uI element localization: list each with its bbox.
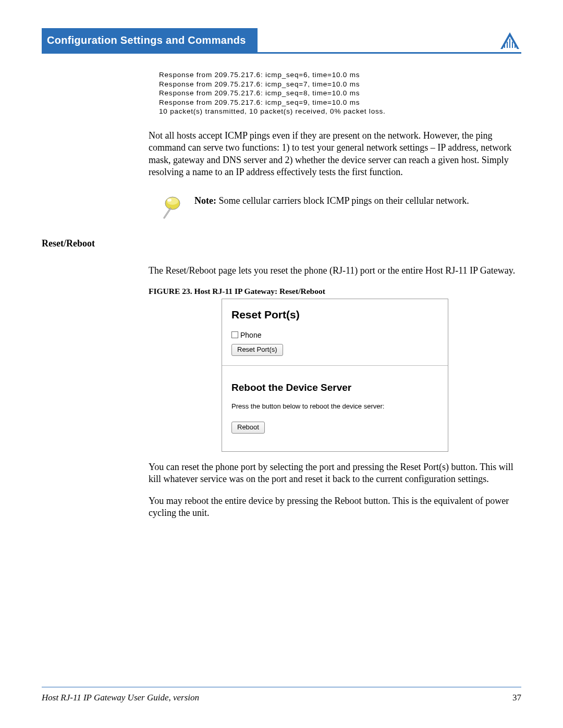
note-body: Some cellular carriers block ICMP pings … xyxy=(216,195,469,206)
header-bar: Configuration Settings and Commands xyxy=(42,29,521,54)
reboot-instruction: Press the button below to reboot the dev… xyxy=(231,402,438,411)
code-line: 10 packet(s) transmitted, 10 packet(s) r… xyxy=(159,107,386,115)
page-header-title: Configuration Settings and Commands xyxy=(42,28,258,53)
body-column: Response from 209.75.217.6: icmp_seq=6, … xyxy=(149,70,519,520)
note-block: Note: Some cellular carriers block ICMP … xyxy=(159,194,519,222)
phone-checkbox-label: Phone xyxy=(240,330,261,340)
reboot-button[interactable]: Reboot xyxy=(231,422,265,434)
checkbox-row-phone: Phone xyxy=(231,330,438,340)
paragraph: You may reboot the entire device by pres… xyxy=(149,495,519,520)
pushpin-icon xyxy=(159,194,184,222)
page-footer: Host RJ-11 IP Gateway User Guide, versio… xyxy=(42,687,521,703)
paragraph: Not all hosts accept ICMP pings even if … xyxy=(149,130,519,179)
note-label: Note: xyxy=(194,195,216,206)
phone-checkbox[interactable] xyxy=(231,331,238,338)
footer-doc-title: Host RJ-11 IP Gateway User Guide, versio… xyxy=(42,693,199,703)
figure-heading-reboot: Reboot the Device Server xyxy=(231,381,438,394)
divider xyxy=(222,365,448,366)
paragraph: You can reset the phone port by selectin… xyxy=(149,461,519,486)
page-number: 37 xyxy=(512,693,521,703)
note-text: Note: Some cellular carriers block ICMP … xyxy=(194,194,469,207)
brand-logo-icon xyxy=(498,30,521,51)
reset-ports-button[interactable]: Reset Port(s) xyxy=(231,344,283,356)
terminal-output: Response from 209.75.217.6: icmp_seq=6, … xyxy=(159,70,519,116)
svg-point-7 xyxy=(167,199,172,202)
code-line: Response from 209.75.217.6: icmp_seq=9, … xyxy=(159,98,360,106)
code-line: Response from 209.75.217.6: icmp_seq=8, … xyxy=(159,89,360,97)
figure-heading-reset-ports: Reset Port(s) xyxy=(231,307,438,322)
figure-caption: FIGURE 23. Host RJ-11 IP Gateway: Reset/… xyxy=(149,286,519,297)
code-line: Response from 209.75.217.6: icmp_seq=6, … xyxy=(159,71,360,79)
figure-screenshot: Reset Port(s) Phone Reset Port(s) Reboot… xyxy=(222,299,448,452)
page-content: Configuration Settings and Commands Resp… xyxy=(42,29,521,527)
section-heading: Reset/Reboot xyxy=(42,238,519,250)
paragraph: The Reset/Reboot page lets you reset the… xyxy=(149,265,519,277)
code-line: Response from 209.75.217.6: icmp_seq=7, … xyxy=(159,80,360,88)
